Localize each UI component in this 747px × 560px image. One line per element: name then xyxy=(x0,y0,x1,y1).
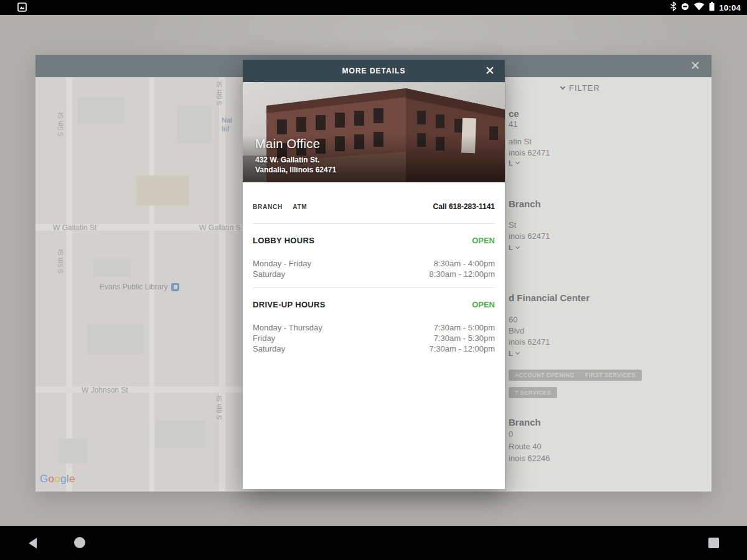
recents-button[interactable] xyxy=(708,538,719,548)
drive-up-hours-section: DRIVE-UP HOURS OPEN Monday - Thursday 7:… xyxy=(253,288,495,354)
type-badge-atm: ATM xyxy=(293,203,307,210)
branch-photo: Main Office 432 W. Gallatin St. Vandalia… xyxy=(243,82,505,182)
hours-row: Monday - Thursday 7:30am - 5:00pm xyxy=(253,322,495,333)
status-bar: 10:04 xyxy=(0,0,747,15)
hours-row: Monday - Friday 8:30am - 4:00pm xyxy=(253,258,495,269)
screenshot-notification-icon xyxy=(17,2,27,14)
do-not-disturb-icon xyxy=(681,2,689,13)
branch-name: Main Office xyxy=(255,137,336,151)
wifi-icon xyxy=(693,2,705,13)
hours-row: Saturday 8:30am - 12:00pm xyxy=(253,269,495,279)
call-phone-link[interactable]: Call 618-283-1141 xyxy=(433,202,495,211)
hours-row: Friday 7:30am - 5:30pm xyxy=(253,333,495,343)
screen: 10:04 ✕ W Gallatin St W Gallatin S W Joh… xyxy=(0,0,747,560)
branch-address-line1: 432 W. Gallatin St. xyxy=(255,155,336,165)
branch-address-line2: Vandalia, Illinois 62471 xyxy=(255,165,336,175)
section-title: DRIVE-UP HOURS xyxy=(253,300,326,309)
type-badge-branch: BRANCH xyxy=(253,203,283,210)
open-status-badge: OPEN xyxy=(472,300,495,309)
hours-row: Saturday 7:30am - 12:00pm xyxy=(253,343,495,354)
dialog-close-button[interactable]: ✕ xyxy=(482,63,497,78)
open-status-badge: OPEN xyxy=(472,236,495,245)
lobby-hours-section: LOBBY HOURS OPEN Monday - Friday 8:30am … xyxy=(253,224,495,288)
more-details-dialog: MORE DETAILS ✕ xyxy=(243,60,505,489)
home-button[interactable] xyxy=(74,537,85,548)
dialog-header: MORE DETAILS ✕ xyxy=(243,60,505,82)
branch-meta-row: BRANCH ATM Call 618-283-1141 xyxy=(253,182,495,224)
battery-icon xyxy=(709,2,715,14)
section-title: LOBBY HOURS xyxy=(253,236,314,245)
back-button[interactable] xyxy=(27,537,37,552)
dialog-title: MORE DETAILS xyxy=(342,67,406,75)
dialog-body: BRANCH ATM Call 618-283-1141 LOBBY HOURS… xyxy=(243,182,505,354)
android-nav-bar xyxy=(0,526,747,560)
bluetooth-icon xyxy=(670,1,677,14)
clock: 10:04 xyxy=(719,3,741,12)
